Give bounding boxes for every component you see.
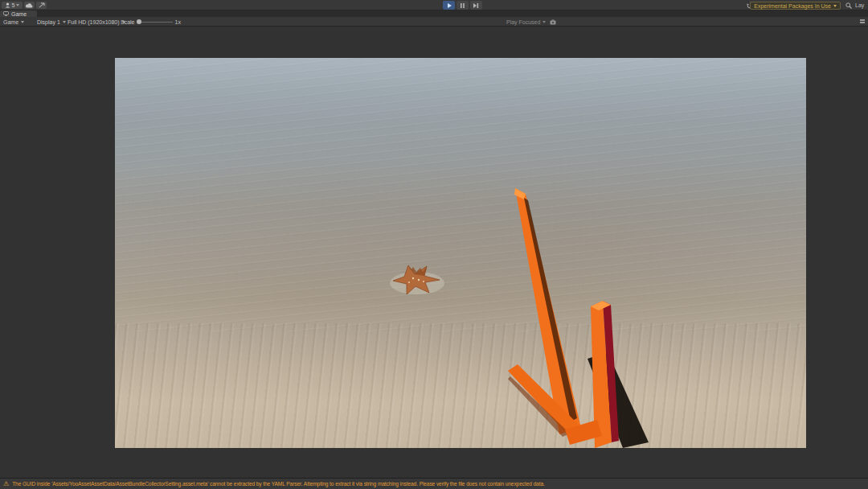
- camera-icon: [550, 19, 556, 25]
- view-mode-label: Game: [3, 19, 18, 25]
- cloud-button[interactable]: [24, 2, 35, 9]
- chevron-down-icon: [21, 21, 24, 23]
- search-button[interactable]: [843, 2, 854, 9]
- orange-tool: [115, 58, 806, 448]
- account-count: 5: [12, 2, 15, 8]
- status-warning-message: The GUID inside 'Assets/YooAssetAssetDat…: [12, 481, 545, 487]
- status-bar[interactable]: ⚠ The GUID inside 'Assets/YooAssetAssetD…: [0, 478, 868, 489]
- capture-button[interactable]: [550, 17, 556, 27]
- version-control-button[interactable]: [36, 2, 47, 9]
- scale-slider-handle[interactable]: [137, 19, 141, 24]
- play-focused-dropdown[interactable]: Play Focused: [506, 17, 546, 27]
- view-mode-dropdown[interactable]: Game: [3, 17, 24, 27]
- layers-dropdown[interactable]: Lay: [855, 2, 864, 8]
- chevron-down-icon: [833, 5, 837, 7]
- account-icon: [5, 2, 10, 8]
- cloud-icon: [26, 3, 33, 8]
- scale-slider[interactable]: [137, 22, 173, 23]
- play-controls: [443, 1, 482, 10]
- experimental-packages-button[interactable]: Experimental Packages In Use: [750, 2, 841, 10]
- play-icon: [447, 3, 452, 8]
- menu-dots-icon: [860, 19, 865, 24]
- chevron-down-icon: [16, 4, 19, 6]
- display-dropdown[interactable]: Display 1: [37, 17, 66, 27]
- panel-menu-button[interactable]: [860, 17, 865, 27]
- chevron-down-icon: [63, 21, 66, 23]
- display-label: Display 1: [37, 19, 60, 25]
- game-view-icon: [3, 11, 9, 16]
- tab-game-label: Game: [11, 11, 27, 17]
- tab-strip: Game: [0, 10, 868, 17]
- resolution-label: Full HD (1920x1080): [68, 19, 120, 25]
- resolution-dropdown[interactable]: Full HD (1920x1080): [68, 17, 125, 27]
- editor-background: [0, 27, 868, 478]
- pause-button[interactable]: [457, 1, 469, 10]
- scale-value: 1x: [175, 19, 181, 25]
- play-focused-label: Play Focused: [506, 19, 540, 25]
- version-control-icon: [39, 2, 45, 8]
- experimental-packages-label: Experimental Packages In Use: [754, 3, 831, 9]
- game-view-toolbar: Game Display 1 Full HD (1920x1080) Scale…: [0, 17, 868, 27]
- scale-label: Scale: [121, 19, 135, 25]
- warning-icon: ⚠: [3, 479, 9, 489]
- step-icon: [473, 3, 479, 8]
- search-icon: [845, 2, 852, 9]
- tab-game[interactable]: Game: [0, 10, 37, 17]
- play-button[interactable]: [443, 1, 455, 10]
- game-viewport[interactable]: [115, 58, 806, 448]
- scale-control: Scale 1x: [121, 17, 181, 27]
- account-button[interactable]: 5: [2, 2, 23, 9]
- chevron-down-icon: [542, 21, 546, 23]
- step-button[interactable]: [470, 1, 482, 10]
- pause-icon: [461, 3, 465, 8]
- main-toolbar: 5: [0, 0, 868, 10]
